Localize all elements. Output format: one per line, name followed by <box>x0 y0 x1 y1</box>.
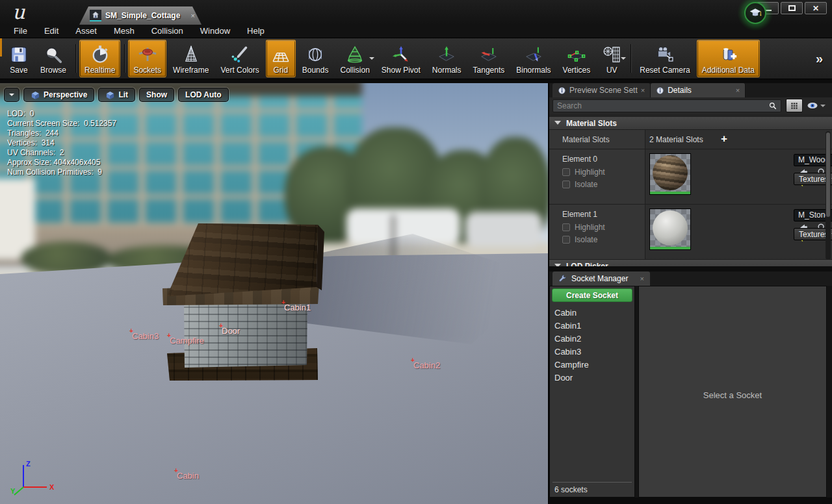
graduation-cap-icon <box>744 2 766 24</box>
toolbar-button[interactable]: Realtime <box>79 40 120 77</box>
toolbar: Save Browse Realtime Sockets Wireframe <box>0 38 832 79</box>
asset-tab-close-icon[interactable]: × <box>191 12 195 19</box>
add-material-slot-button[interactable]: + <box>721 132 727 145</box>
highlight-checkbox[interactable] <box>562 223 570 231</box>
stat-line: Triangles: 244 <box>7 129 116 138</box>
toolbar-button[interactable]: Collision <box>335 40 374 77</box>
highlight-label: Highlight <box>575 223 605 232</box>
wood-material-thumbnail[interactable] <box>649 153 691 195</box>
toolbar-button[interactable]: Show Pivot <box>376 40 426 77</box>
asset-tab[interactable]: SM_Simple_Cottage × <box>79 6 202 25</box>
chevron-down-icon <box>369 57 374 62</box>
viewport-options-button[interactable] <box>4 88 20 102</box>
stat-line: LOD: 0 <box>7 109 116 119</box>
toolbar-button-label: Collision <box>340 66 369 75</box>
chevron-down-icon <box>9 94 14 99</box>
panel-tab-close-icon[interactable]: × <box>736 86 740 94</box>
toolbar-overflow-chevron[interactable]: » <box>816 51 828 66</box>
toolbar-button[interactable]: Vert Colors <box>215 40 264 77</box>
toolbar-button[interactable]: Bounds <box>297 40 334 77</box>
display-options-button[interactable] <box>786 99 803 112</box>
panel-tab[interactable]: Preview Scene Sett × <box>552 83 651 97</box>
lod-picker-section-header[interactable]: LOD Picker <box>549 260 832 266</box>
panel-tab-label: Preview Scene Sett <box>569 86 638 95</box>
menu-item[interactable]: Collision <box>143 25 192 38</box>
toolbar-button-icon <box>437 45 456 64</box>
socket-label[interactable]: + Cabin2 <box>413 360 440 370</box>
toolbar-button[interactable]: Normals <box>427 40 467 77</box>
toolbar-button[interactable]: Save <box>4 40 34 77</box>
toolbar-button[interactable]: Sockets <box>128 40 166 77</box>
toolbar-button[interactable]: Reset Camera <box>634 40 695 77</box>
socket-label[interactable]: + Door <box>222 326 240 336</box>
isolate-checkbox[interactable] <box>562 181 570 188</box>
details-scrollbar[interactable] <box>826 131 831 260</box>
toolbar-button-icon <box>524 45 543 64</box>
viewport-lod-button[interactable]: LOD Auto <box>178 88 229 102</box>
highlight-checkbox[interactable] <box>562 168 570 176</box>
panel-tab-close-icon[interactable]: × <box>641 86 645 94</box>
highlight-label: Highlight <box>575 168 605 177</box>
window-maximize-button[interactable] <box>781 2 803 14</box>
socket-list-item[interactable]: Cabin3 <box>550 346 634 359</box>
create-socket-button[interactable]: Create Socket <box>552 288 632 302</box>
window-close-button[interactable]: ✕ <box>805 2 827 14</box>
menu-item[interactable]: Window <box>192 25 239 38</box>
viewport-lit-button[interactable]: Lit <box>98 88 135 102</box>
toolbar-button-label: Browse <box>40 66 66 75</box>
toolbar-button[interactable]: Browse <box>35 40 72 77</box>
socket-label[interactable]: + Cabin <box>177 471 199 481</box>
toolbar-button-label: Vertices <box>563 66 591 75</box>
stone-material-thumbnail[interactable] <box>649 208 691 250</box>
toolbar-button-label: Grid <box>273 66 288 75</box>
toolbar-button-icon <box>90 45 110 64</box>
toolbar-button[interactable]: Additional Data <box>697 40 760 77</box>
toolbar-button-icon <box>391 45 411 64</box>
search-icon <box>768 101 777 110</box>
panel-splitter[interactable] <box>549 266 832 271</box>
toolbar-button[interactable]: UV <box>597 40 627 77</box>
socket-list-item[interactable]: Campfire <box>550 359 634 372</box>
socket-detail-pane: Select a Socket <box>638 286 827 498</box>
viewport-show-button[interactable]: Show <box>139 88 174 102</box>
element-name: Element 1 <box>562 210 597 219</box>
toolbar-accent-notch <box>0 38 2 57</box>
material-slots-row: Material Slots 2 Material Slots + <box>549 130 832 149</box>
menu-item[interactable]: Asset <box>67 25 105 38</box>
toolbar-button[interactable]: Vertices <box>558 40 596 77</box>
toolbar-button[interactable]: Wireframe <box>168 40 214 77</box>
lod-picker-section-clipped: LOD Picker <box>549 260 832 266</box>
menu-item[interactable]: File <box>5 25 36 38</box>
socket-list-item[interactable]: Cabin2 <box>550 333 634 346</box>
menu-item[interactable]: Mesh <box>105 25 143 38</box>
socket-manager-tab[interactable]: Socket Manager × <box>552 271 650 286</box>
panel-tab-close-icon[interactable]: × <box>640 275 644 283</box>
scrollbar-thumb[interactable] <box>826 132 830 217</box>
socket-label-text: Door <box>222 326 240 336</box>
toolbar-button[interactable]: Grid <box>266 40 296 77</box>
stat-line: UV Channels: 2 <box>7 148 116 158</box>
toolbar-button-icon <box>567 45 586 64</box>
socket-marker-icon: + <box>281 299 285 306</box>
socket-manager-tabbar: Socket Manager × <box>549 271 832 286</box>
material-slots-section-header[interactable]: Material Slots <box>549 117 832 130</box>
toolbar-button-label: Additional Data <box>702 66 755 75</box>
label-column: Material Slots <box>549 130 645 149</box>
toolbar-button[interactable]: Tangents <box>468 40 510 77</box>
socket-label[interactable]: + Cabin3 <box>132 331 159 341</box>
panel-tab[interactable]: Details × <box>651 83 746 97</box>
viewport[interactable]: Perspective Lit Show LOD Auto LOD: 0Curr… <box>0 83 548 504</box>
viewport-perspective-button[interactable]: Perspective <box>23 88 94 102</box>
socket-list-item[interactable]: Cabin <box>550 307 634 320</box>
menu-item[interactable]: Edit <box>36 25 67 38</box>
details-search-input[interactable] <box>553 101 768 110</box>
menu-item[interactable]: Help <box>239 25 273 38</box>
toolbar-button[interactable]: Binormals <box>511 40 556 77</box>
socket-label[interactable]: + Cabin1 <box>284 303 311 312</box>
socket-list-item[interactable]: Door <box>550 372 634 384</box>
view-visibility-button[interactable] <box>807 99 830 112</box>
socket-label[interactable]: + Campfire <box>170 336 204 346</box>
isolate-checkbox[interactable] <box>562 236 570 244</box>
socket-count-label: 6 sockets <box>550 483 634 497</box>
socket-list-item[interactable]: Cabin1 <box>550 320 634 333</box>
